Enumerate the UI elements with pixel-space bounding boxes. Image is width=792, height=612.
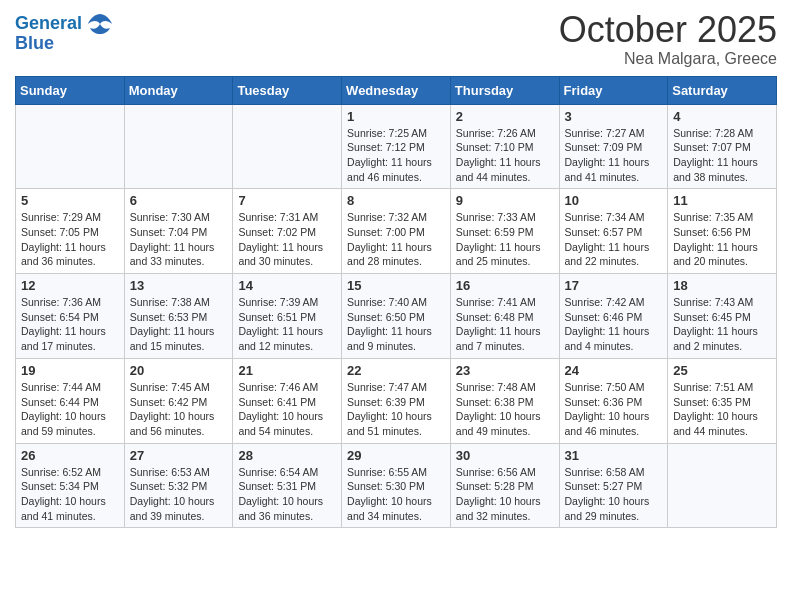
- day-info: Sunrise: 7:46 AM Sunset: 6:41 PM Dayligh…: [238, 380, 336, 439]
- calendar-day-cell: [668, 443, 777, 528]
- day-info: Sunrise: 7:38 AM Sunset: 6:53 PM Dayligh…: [130, 295, 228, 354]
- day-info: Sunrise: 7:30 AM Sunset: 7:04 PM Dayligh…: [130, 210, 228, 269]
- calendar-day-cell: 15Sunrise: 7:40 AM Sunset: 6:50 PM Dayli…: [342, 274, 451, 359]
- day-number: 21: [238, 363, 336, 378]
- calendar-body: 1Sunrise: 7:25 AM Sunset: 7:12 PM Daylig…: [16, 104, 777, 528]
- day-of-week-header: Wednesday: [342, 76, 451, 104]
- logo-bird-icon: [86, 10, 114, 38]
- calendar-day-cell: 1Sunrise: 7:25 AM Sunset: 7:12 PM Daylig…: [342, 104, 451, 189]
- calendar-day-cell: 24Sunrise: 7:50 AM Sunset: 6:36 PM Dayli…: [559, 358, 668, 443]
- logo-text-general: General: [15, 14, 82, 34]
- day-of-week-header: Monday: [124, 76, 233, 104]
- calendar-day-cell: 4Sunrise: 7:28 AM Sunset: 7:07 PM Daylig…: [668, 104, 777, 189]
- day-info: Sunrise: 7:36 AM Sunset: 6:54 PM Dayligh…: [21, 295, 119, 354]
- logo: General Blue: [15, 10, 114, 54]
- day-info: Sunrise: 7:41 AM Sunset: 6:48 PM Dayligh…: [456, 295, 554, 354]
- page-header: General Blue October 2025 Nea Malgara, G…: [15, 10, 777, 68]
- calendar-day-cell: 25Sunrise: 7:51 AM Sunset: 6:35 PM Dayli…: [668, 358, 777, 443]
- day-info: Sunrise: 6:58 AM Sunset: 5:27 PM Dayligh…: [565, 465, 663, 524]
- day-info: Sunrise: 7:29 AM Sunset: 7:05 PM Dayligh…: [21, 210, 119, 269]
- day-number: 5: [21, 193, 119, 208]
- day-info: Sunrise: 7:45 AM Sunset: 6:42 PM Dayligh…: [130, 380, 228, 439]
- day-info: Sunrise: 7:43 AM Sunset: 6:45 PM Dayligh…: [673, 295, 771, 354]
- day-number: 24: [565, 363, 663, 378]
- calendar-day-cell: 26Sunrise: 6:52 AM Sunset: 5:34 PM Dayli…: [16, 443, 125, 528]
- calendar-day-cell: 10Sunrise: 7:34 AM Sunset: 6:57 PM Dayli…: [559, 189, 668, 274]
- calendar-day-cell: 20Sunrise: 7:45 AM Sunset: 6:42 PM Dayli…: [124, 358, 233, 443]
- calendar-header-row: SundayMondayTuesdayWednesdayThursdayFrid…: [16, 76, 777, 104]
- day-of-week-header: Tuesday: [233, 76, 342, 104]
- day-info: Sunrise: 7:39 AM Sunset: 6:51 PM Dayligh…: [238, 295, 336, 354]
- calendar-day-cell: 7Sunrise: 7:31 AM Sunset: 7:02 PM Daylig…: [233, 189, 342, 274]
- day-info: Sunrise: 7:40 AM Sunset: 6:50 PM Dayligh…: [347, 295, 445, 354]
- day-number: 25: [673, 363, 771, 378]
- calendar-day-cell: [233, 104, 342, 189]
- calendar-day-cell: [124, 104, 233, 189]
- day-number: 16: [456, 278, 554, 293]
- day-number: 12: [21, 278, 119, 293]
- calendar-week-row: 12Sunrise: 7:36 AM Sunset: 6:54 PM Dayli…: [16, 274, 777, 359]
- day-info: Sunrise: 7:48 AM Sunset: 6:38 PM Dayligh…: [456, 380, 554, 439]
- calendar-day-cell: 2Sunrise: 7:26 AM Sunset: 7:10 PM Daylig…: [450, 104, 559, 189]
- logo-text-blue: Blue: [15, 34, 54, 54]
- day-number: 1: [347, 109, 445, 124]
- calendar-day-cell: 27Sunrise: 6:53 AM Sunset: 5:32 PM Dayli…: [124, 443, 233, 528]
- calendar-week-row: 5Sunrise: 7:29 AM Sunset: 7:05 PM Daylig…: [16, 189, 777, 274]
- calendar-day-cell: 6Sunrise: 7:30 AM Sunset: 7:04 PM Daylig…: [124, 189, 233, 274]
- day-number: 30: [456, 448, 554, 463]
- calendar-day-cell: 29Sunrise: 6:55 AM Sunset: 5:30 PM Dayli…: [342, 443, 451, 528]
- day-number: 4: [673, 109, 771, 124]
- calendar-week-row: 1Sunrise: 7:25 AM Sunset: 7:12 PM Daylig…: [16, 104, 777, 189]
- day-number: 18: [673, 278, 771, 293]
- day-number: 20: [130, 363, 228, 378]
- calendar-day-cell: 3Sunrise: 7:27 AM Sunset: 7:09 PM Daylig…: [559, 104, 668, 189]
- day-info: Sunrise: 7:31 AM Sunset: 7:02 PM Dayligh…: [238, 210, 336, 269]
- calendar-day-cell: 22Sunrise: 7:47 AM Sunset: 6:39 PM Dayli…: [342, 358, 451, 443]
- day-number: 29: [347, 448, 445, 463]
- day-info: Sunrise: 7:50 AM Sunset: 6:36 PM Dayligh…: [565, 380, 663, 439]
- day-number: 28: [238, 448, 336, 463]
- day-number: 10: [565, 193, 663, 208]
- day-number: 6: [130, 193, 228, 208]
- calendar-week-row: 19Sunrise: 7:44 AM Sunset: 6:44 PM Dayli…: [16, 358, 777, 443]
- day-number: 17: [565, 278, 663, 293]
- day-info: Sunrise: 7:42 AM Sunset: 6:46 PM Dayligh…: [565, 295, 663, 354]
- calendar-day-cell: 9Sunrise: 7:33 AM Sunset: 6:59 PM Daylig…: [450, 189, 559, 274]
- day-info: Sunrise: 7:35 AM Sunset: 6:56 PM Dayligh…: [673, 210, 771, 269]
- day-number: 14: [238, 278, 336, 293]
- day-info: Sunrise: 7:47 AM Sunset: 6:39 PM Dayligh…: [347, 380, 445, 439]
- calendar-day-cell: 13Sunrise: 7:38 AM Sunset: 6:53 PM Dayli…: [124, 274, 233, 359]
- calendar-day-cell: 12Sunrise: 7:36 AM Sunset: 6:54 PM Dayli…: [16, 274, 125, 359]
- day-number: 3: [565, 109, 663, 124]
- calendar-day-cell: 18Sunrise: 7:43 AM Sunset: 6:45 PM Dayli…: [668, 274, 777, 359]
- calendar-subtitle: Nea Malgara, Greece: [559, 50, 777, 68]
- day-number: 11: [673, 193, 771, 208]
- day-info: Sunrise: 7:25 AM Sunset: 7:12 PM Dayligh…: [347, 126, 445, 185]
- day-info: Sunrise: 6:54 AM Sunset: 5:31 PM Dayligh…: [238, 465, 336, 524]
- day-info: Sunrise: 7:34 AM Sunset: 6:57 PM Dayligh…: [565, 210, 663, 269]
- day-of-week-header: Friday: [559, 76, 668, 104]
- calendar-day-cell: 28Sunrise: 6:54 AM Sunset: 5:31 PM Dayli…: [233, 443, 342, 528]
- day-number: 23: [456, 363, 554, 378]
- day-number: 26: [21, 448, 119, 463]
- calendar-day-cell: [16, 104, 125, 189]
- day-number: 22: [347, 363, 445, 378]
- calendar-day-cell: 8Sunrise: 7:32 AM Sunset: 7:00 PM Daylig…: [342, 189, 451, 274]
- day-of-week-header: Saturday: [668, 76, 777, 104]
- calendar-day-cell: 21Sunrise: 7:46 AM Sunset: 6:41 PM Dayli…: [233, 358, 342, 443]
- day-info: Sunrise: 7:27 AM Sunset: 7:09 PM Dayligh…: [565, 126, 663, 185]
- calendar-day-cell: 17Sunrise: 7:42 AM Sunset: 6:46 PM Dayli…: [559, 274, 668, 359]
- day-info: Sunrise: 7:51 AM Sunset: 6:35 PM Dayligh…: [673, 380, 771, 439]
- title-block: October 2025 Nea Malgara, Greece: [559, 10, 777, 68]
- calendar-day-cell: 23Sunrise: 7:48 AM Sunset: 6:38 PM Dayli…: [450, 358, 559, 443]
- day-number: 8: [347, 193, 445, 208]
- day-info: Sunrise: 7:32 AM Sunset: 7:00 PM Dayligh…: [347, 210, 445, 269]
- calendar-day-cell: 30Sunrise: 6:56 AM Sunset: 5:28 PM Dayli…: [450, 443, 559, 528]
- calendar-table: SundayMondayTuesdayWednesdayThursdayFrid…: [15, 76, 777, 529]
- day-number: 2: [456, 109, 554, 124]
- calendar-day-cell: 16Sunrise: 7:41 AM Sunset: 6:48 PM Dayli…: [450, 274, 559, 359]
- day-number: 31: [565, 448, 663, 463]
- calendar-title: October 2025: [559, 10, 777, 50]
- day-of-week-header: Sunday: [16, 76, 125, 104]
- day-info: Sunrise: 6:55 AM Sunset: 5:30 PM Dayligh…: [347, 465, 445, 524]
